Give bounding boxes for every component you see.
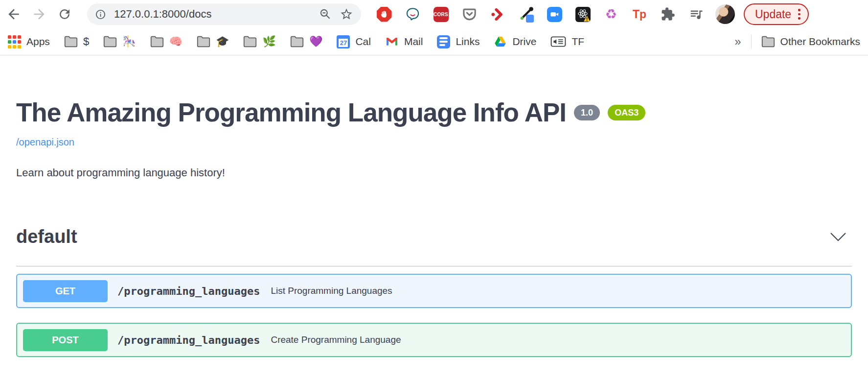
bookmarks-bar: Apps $ 🎠 🧠 🎓 🌿 💜 27 Cal Mail — [0, 28, 868, 55]
bookmark-apps[interactable]: Apps — [8, 35, 50, 48]
chat-bubble-extension-icon[interactable] — [404, 6, 421, 23]
reload-icon — [57, 7, 72, 22]
version-badge: 1.0 — [574, 105, 600, 120]
bookmark-label: 🎓 — [216, 36, 229, 47]
api-title: The Amazing Programming Language Info AP… — [16, 98, 566, 127]
pocket-extension-icon[interactable] — [461, 6, 478, 23]
react-devtools-extension-icon[interactable] — [574, 6, 591, 23]
folder-icon — [761, 36, 775, 48]
bookmark-label: Links — [456, 36, 480, 48]
folder-icon — [64, 36, 78, 48]
zoom-out-icon[interactable] — [319, 8, 332, 21]
media-playlist-icon[interactable] — [688, 6, 705, 23]
tf-card-icon — [550, 36, 566, 48]
bookmark-label: Apps — [26, 36, 50, 48]
folder-icon — [243, 36, 257, 48]
stop-hand-extension-icon[interactable] — [376, 6, 392, 23]
bookmark-label: 🌿 — [262, 36, 275, 47]
bookmark-folder-purple-heart[interactable]: 💜 — [290, 36, 322, 48]
api-title-row: The Amazing Programming Language Info AP… — [16, 98, 852, 127]
extensions-puzzle-icon[interactable] — [660, 6, 676, 23]
bookmark-label: 🎠 — [122, 36, 136, 47]
bookmark-label: $ — [83, 36, 89, 47]
tp-extension-icon[interactable]: Tp — [631, 6, 648, 23]
bookmark-label: TF — [571, 36, 584, 48]
operation-path: /programming_languages — [117, 285, 260, 297]
operation-get-row[interactable]: GET /programming_languages List Programm… — [16, 274, 852, 308]
gmail-icon — [385, 36, 399, 48]
folder-icon — [290, 36, 304, 48]
recycle-extension-icon[interactable]: ♻ — [603, 6, 619, 23]
zoom-extension-icon[interactable] — [546, 6, 563, 23]
google-drive-icon — [494, 36, 507, 48]
api-description: Learn about programming language history… — [16, 167, 852, 179]
google-calendar-icon: 27 — [337, 35, 350, 48]
get-method-badge: GET — [23, 280, 108, 302]
bookmark-label: Drive — [512, 36, 536, 48]
site-info-icon[interactable] — [95, 9, 106, 20]
bookmark-star-icon[interactable] — [340, 7, 353, 21]
folder-icon — [150, 36, 164, 48]
forward-arrow-icon — [31, 6, 47, 22]
operation-summary: Create Programming Language — [271, 334, 401, 345]
reload-button[interactable] — [56, 5, 73, 23]
chevron-down-icon[interactable] — [829, 232, 847, 242]
bookmark-folder-herb[interactable]: 🌿 — [243, 36, 275, 48]
other-bookmarks[interactable]: Other Bookmarks — [761, 36, 860, 48]
bookmark-folder-dollar[interactable]: $ — [64, 36, 89, 48]
post-method-badge: POST — [23, 329, 108, 351]
browser-toolbar: 127.0.0.1:8000/docs CORS — [0, 0, 868, 28]
bookmark-label: Other Bookmarks — [780, 36, 860, 48]
bookmark-folder-brain[interactable]: 🧠 — [150, 36, 183, 48]
operation-summary: List Programming Languages — [271, 286, 392, 296]
tag-section-header[interactable]: default — [16, 226, 852, 266]
back-arrow-icon — [6, 6, 22, 22]
address-bar[interactable]: 127.0.0.1:8000/docs — [87, 3, 361, 25]
redirect-arrow-extension-icon[interactable] — [489, 6, 506, 23]
color-picker-extension-icon[interactable] — [518, 6, 534, 23]
url-text[interactable]: 127.0.0.1:8000/docs — [114, 8, 311, 21]
operation-path: /programming_languages — [117, 334, 260, 346]
bookmarks-divider — [751, 34, 752, 49]
bookmark-label: 💜 — [309, 36, 322, 47]
bookmark-label: Mail — [404, 36, 423, 48]
bookmark-drive[interactable]: Drive — [494, 36, 536, 48]
cors-extension-icon[interactable]: CORS — [433, 6, 449, 23]
profile-avatar[interactable] — [715, 4, 735, 24]
bookmark-folder-carousel[interactable]: 🎠 — [103, 36, 136, 48]
bookmarks-overflow-chevron[interactable]: » — [734, 35, 741, 48]
operation-post-row[interactable]: POST /programming_languages Create Progr… — [16, 323, 852, 357]
links-list-icon — [437, 35, 450, 48]
swagger-docs-page: The Amazing Programming Language Info AP… — [0, 98, 868, 357]
folder-icon — [197, 36, 210, 48]
bookmark-label: Cal — [355, 36, 371, 48]
bookmark-calendar[interactable]: 27 Cal — [337, 35, 371, 48]
extensions-row: CORS ♻ Tp — [376, 6, 705, 23]
folder-icon — [103, 36, 117, 48]
update-label: Update — [755, 8, 791, 21]
bookmark-tf[interactable]: TF — [550, 36, 584, 48]
bookmark-mail[interactable]: Mail — [385, 36, 423, 48]
oas3-badge: OAS3 — [608, 105, 645, 120]
bookmark-folder-grad-cap[interactable]: 🎓 — [197, 36, 229, 48]
tag-section: default GET /programming_languages List … — [16, 226, 852, 357]
bookmark-label: 🧠 — [169, 36, 183, 47]
update-button[interactable]: Update — [744, 3, 809, 25]
apps-grid-icon — [8, 35, 21, 48]
openapi-json-link[interactable]: /openapi.json — [16, 137, 74, 148]
back-button[interactable] — [5, 5, 23, 23]
forward-button[interactable] — [30, 5, 48, 23]
bookmark-links[interactable]: Links — [437, 35, 480, 48]
chrome-menu-kebab-icon[interactable] — [798, 9, 800, 20]
tag-name: default — [16, 226, 77, 247]
